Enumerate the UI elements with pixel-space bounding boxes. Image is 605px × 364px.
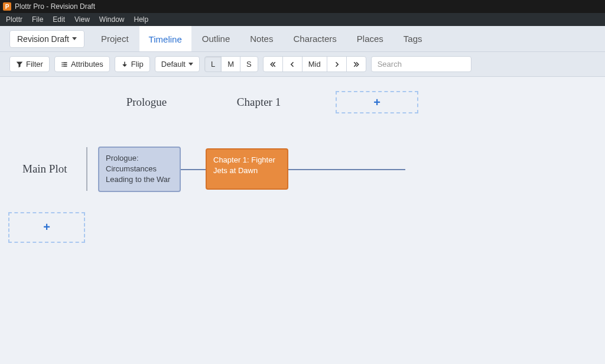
tab-notes[interactable]: Notes <box>240 26 282 51</box>
window-title: Plottr Pro - Revision Draft <box>15 2 95 11</box>
chapter-headers: Prologue Chapter 1 + <box>5 91 600 113</box>
zoom-small-button[interactable]: S <box>240 56 258 72</box>
chapter-label-1[interactable]: Chapter 1 <box>217 96 300 109</box>
nav-bar: Revision Draft Project Timeline Outline … <box>0 26 605 52</box>
menu-bar: Plottr File Edit View Window Help <box>0 13 605 26</box>
search-input[interactable] <box>371 56 471 72</box>
draft-selector-label: Revision Draft <box>17 34 69 44</box>
plus-icon: + <box>373 96 380 109</box>
plotline-divider <box>86 147 87 191</box>
tab-project[interactable]: Project <box>92 26 138 51</box>
filter-button[interactable]: Filter <box>9 56 50 72</box>
menu-window[interactable]: Window <box>95 14 129 25</box>
chevron-double-right-icon <box>353 61 360 68</box>
page-last-button[interactable] <box>346 56 366 72</box>
caret-down-icon <box>188 63 193 66</box>
zoom-group: L M S <box>204 56 258 72</box>
chevron-double-left-icon <box>269 61 277 68</box>
flip-label: Flip <box>131 60 144 69</box>
chapter-label-prologue[interactable]: Prologue <box>105 96 188 109</box>
attributes-button[interactable]: Attributes <box>54 56 110 72</box>
timeline-canvas: Prologue Chapter 1 + Main Plot Prologue:… <box>0 77 605 364</box>
page-next-button[interactable] <box>327 56 347 72</box>
caret-down-icon <box>72 37 77 40</box>
tab-outline[interactable]: Outline <box>193 26 240 51</box>
default-dropdown[interactable]: Default <box>155 56 200 72</box>
scene-card-chapter1[interactable]: Chapter 1: Fighter Jets at Dawn <box>206 148 288 190</box>
attributes-label: Attributes <box>71 60 103 69</box>
add-plotline-button[interactable]: + <box>8 212 85 243</box>
chevron-right-icon <box>333 61 340 68</box>
arrow-down-icon <box>121 61 128 68</box>
toolbar: Filter Attributes Flip Default L M S Mid <box>0 52 605 77</box>
chevron-left-icon <box>289 61 296 68</box>
default-label: Default <box>161 60 186 69</box>
list-icon <box>61 61 68 68</box>
page-prev-button[interactable] <box>282 56 302 72</box>
nav-tabs: Project Timeline Outline Notes Character… <box>92 26 432 51</box>
page-first-button[interactable] <box>263 56 283 72</box>
page-mid-button[interactable]: Mid <box>302 56 327 72</box>
scene-card-prologue[interactable]: Prologue: Circumstances Leading to the W… <box>98 147 181 192</box>
menu-file[interactable]: File <box>27 14 48 25</box>
zoom-large-button[interactable]: L <box>204 56 222 72</box>
menu-edit[interactable]: Edit <box>48 14 70 25</box>
window-title-bar: P Plottr Pro - Revision Draft <box>0 0 605 13</box>
add-chapter-button[interactable]: + <box>336 91 418 113</box>
paginate-group: Mid <box>263 56 366 72</box>
tab-tags[interactable]: Tags <box>394 26 432 51</box>
plotline-row-main: Main Plot Prologue: Circumstances Leadin… <box>5 147 600 192</box>
zoom-medium-button[interactable]: M <box>221 56 240 72</box>
plotline-label[interactable]: Main Plot <box>22 162 82 176</box>
plus-icon: + <box>43 220 50 234</box>
menu-plottr[interactable]: Plottr <box>1 14 27 25</box>
flip-button[interactable]: Flip <box>115 56 150 72</box>
menu-help[interactable]: Help <box>129 14 154 25</box>
menu-view[interactable]: View <box>70 14 95 25</box>
tab-timeline[interactable]: Timeline <box>139 26 191 51</box>
filter-label: Filter <box>26 60 43 69</box>
draft-selector-button[interactable]: Revision Draft <box>9 30 84 48</box>
filter-icon <box>16 61 23 68</box>
app-icon: P <box>3 2 11 11</box>
tab-characters[interactable]: Characters <box>284 26 346 51</box>
tab-places[interactable]: Places <box>347 26 393 51</box>
